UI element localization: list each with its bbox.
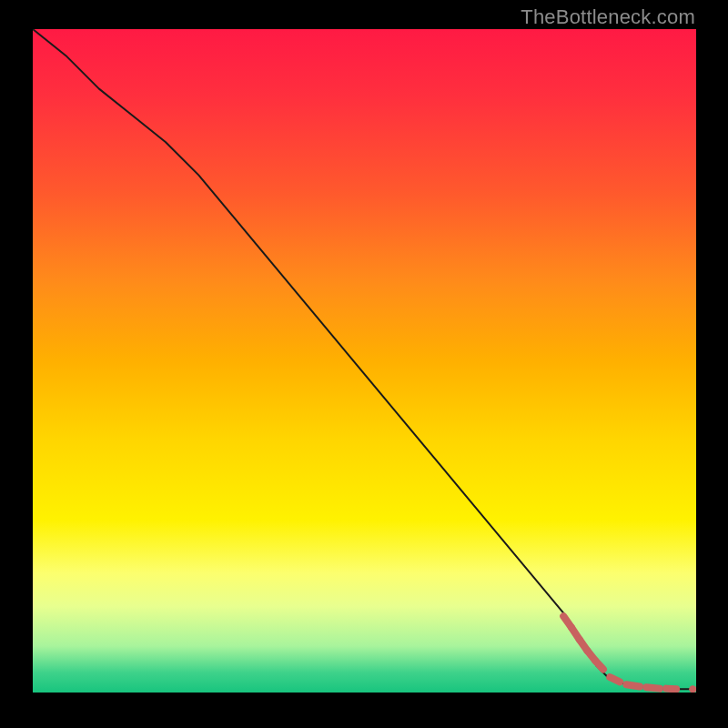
marker-dash bbox=[610, 677, 620, 682]
marker-dash bbox=[666, 689, 676, 690]
bottleneck-curve-line bbox=[33, 29, 696, 689]
marker-dash bbox=[626, 684, 640, 686]
marker-dashes bbox=[563, 616, 676, 689]
marker-dash bbox=[646, 687, 660, 688]
plot-area bbox=[33, 29, 696, 693]
plot-overlay bbox=[33, 29, 696, 693]
chart-frame: TheBottleneck.com bbox=[0, 0, 728, 728]
watermark-text: TheBottleneck.com bbox=[521, 5, 695, 29]
marker-dot bbox=[689, 685, 696, 693]
marker-dots bbox=[689, 685, 696, 693]
marker-dash bbox=[595, 661, 603, 669]
